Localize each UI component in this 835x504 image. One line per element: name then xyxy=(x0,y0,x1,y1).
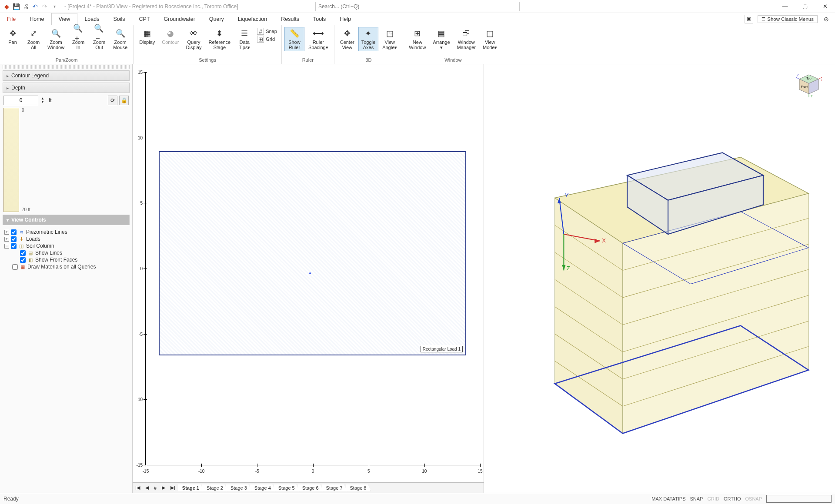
tree-soil[interactable]: Soil Column xyxy=(26,243,54,249)
status-max-datatips[interactable]: MAX DATATIPS xyxy=(651,496,685,501)
panel-depth[interactable]: ▸Depth xyxy=(3,83,130,93)
menu-file[interactable]: File xyxy=(0,13,23,25)
menu-soils[interactable]: Soils xyxy=(106,13,132,25)
checkbox-piezo[interactable] xyxy=(11,229,17,235)
ribbon-arrange[interactable]: ▤Arrange▾ xyxy=(430,27,453,51)
stage-tab-6[interactable]: Stage 6 xyxy=(298,484,324,491)
menu-cpt[interactable]: CPT xyxy=(132,13,157,25)
checkbox-show-front[interactable] xyxy=(20,257,26,263)
help-icon[interactable]: ⊘ xyxy=(822,15,831,23)
ribbon-datatips[interactable]: ☰DataTips▾ xyxy=(234,27,254,51)
redo-icon[interactable]: ↷ xyxy=(41,3,49,10)
ribbon-showruler[interactable]: 📏ShowRuler xyxy=(284,27,304,51)
tab-first-icon[interactable]: |◀ xyxy=(133,485,143,491)
load-rectangle[interactable] xyxy=(159,151,466,355)
ribbon-zoomout[interactable]: 🔍－ZoomOut xyxy=(89,27,109,51)
ribbon-centerview[interactable]: ✥CenterView xyxy=(337,27,357,51)
ribbon-referencestage[interactable]: ⬍ReferenceStage xyxy=(205,27,234,51)
status-ortho[interactable]: ORTHO xyxy=(724,496,741,501)
depth-strip[interactable] xyxy=(3,108,19,212)
menu-loads[interactable]: Loads xyxy=(77,13,106,25)
tab-last-icon[interactable]: ▶| xyxy=(168,485,178,491)
tab-next-icon[interactable]: ▶ xyxy=(159,485,168,491)
toggle-icon: ✦ xyxy=(363,28,374,39)
depth-lock-icon[interactable]: 🔒 xyxy=(119,96,129,105)
stage-tab-7[interactable]: Stage 7 xyxy=(322,484,347,491)
collapse-ribbon-icon[interactable]: ▣ xyxy=(745,15,753,23)
maximize-button[interactable]: ▢ xyxy=(795,0,815,13)
print-icon[interactable]: 🖨 xyxy=(22,3,30,10)
origin-marker xyxy=(309,272,311,274)
view-gizmo[interactable]: Top Front X Z Y xyxy=(796,72,822,98)
sidebar-grip[interactable] xyxy=(3,65,130,69)
ribbon-group-3d: ✥CenterView✦ToggleAxes◳ViewAngle▾ 3D xyxy=(334,25,404,64)
ribbon-viewangle[interactable]: ◳ViewAngle▾ xyxy=(379,27,400,51)
ribbon-zoomall[interactable]: ⤢ZoomAll xyxy=(23,27,43,51)
ribbon-zoomin[interactable]: 🔍＋ZoomIn xyxy=(68,27,88,51)
status-snap[interactable]: SNAP xyxy=(690,496,703,501)
undo-icon[interactable]: ↶ xyxy=(31,3,39,10)
ribbon-zoomwindow[interactable]: 🔍ZoomWindow xyxy=(44,27,67,51)
status-osnap[interactable]: OSNAP xyxy=(745,496,762,501)
panel-contour-legend[interactable]: ▸Contour Legend xyxy=(3,70,130,81)
depth-input[interactable] xyxy=(3,96,38,105)
ribbon-viewmode[interactable]: ◫ViewMode▾ xyxy=(480,27,501,51)
tree-show-front[interactable]: Show Front Faces xyxy=(35,257,77,263)
save-icon[interactable]: 💾 xyxy=(12,3,20,10)
checkbox-loads[interactable] xyxy=(11,236,17,242)
checkbox-show-lines[interactable] xyxy=(20,250,26,256)
center-icon: ✥ xyxy=(342,28,352,39)
menu-help[interactable]: Help xyxy=(333,13,358,25)
plan-view[interactable]: 151050-5-10-15 -15-10-5051015 Rectangula… xyxy=(133,64,484,493)
depth-down-icon[interactable]: ▼ xyxy=(41,100,46,104)
menu-home[interactable]: Home xyxy=(23,13,51,25)
tree-draw-materials[interactable]: Draw Materials on all Queries xyxy=(27,264,96,270)
menu-bar: FileHomeViewLoadsSoilsCPTGroundwaterQuer… xyxy=(0,13,835,25)
minimize-button[interactable]: — xyxy=(775,0,795,13)
stage-tab-3[interactable]: Stage 3 xyxy=(226,484,252,491)
lines-icon: ▤ xyxy=(27,250,33,256)
stage-tab-5[interactable]: Stage 5 xyxy=(274,484,300,491)
ribbon-querydisplay[interactable]: 👁QueryDisplay xyxy=(183,27,204,51)
ribbon-toggleaxes[interactable]: ✦ToggleAxes xyxy=(358,27,378,51)
menu-query[interactable]: Query xyxy=(202,13,231,25)
svg-text:Z: Z xyxy=(811,95,813,98)
ribbon-windowmanager[interactable]: 🗗WindowManager xyxy=(454,27,479,51)
tree-loads[interactable]: Loads xyxy=(26,236,40,242)
ribbon-newwindow[interactable]: ⊞NewWindow xyxy=(406,27,429,51)
expand-icon[interactable]: + xyxy=(4,230,9,235)
stage-tab-1[interactable]: Stage 1 xyxy=(178,484,204,491)
menu-liquefaction[interactable]: Liquefaction xyxy=(231,13,274,25)
ribbon-display[interactable]: ▦Display xyxy=(136,27,158,46)
tree-show-lines[interactable]: Show Lines xyxy=(35,250,62,256)
ribbon-mini-snap[interactable]: #Snap xyxy=(257,28,277,35)
expand-icon[interactable]: + xyxy=(4,237,9,242)
panel-view-controls[interactable]: ▾View Controls xyxy=(3,215,130,225)
menu-groundwater[interactable]: Groundwater xyxy=(157,13,202,25)
show-classic-menus-button[interactable]: ☰Show Classic Menus xyxy=(758,15,818,23)
checkbox-draw-materials[interactable] xyxy=(12,264,18,270)
ribbon-group-panzoom: ✥Pan⤢ZoomAll🔍ZoomWindow🔍＋ZoomIn🔍－ZoomOut… xyxy=(0,25,134,64)
status-grid[interactable]: GRID xyxy=(707,496,719,501)
tree-piezo[interactable]: Piezometric Lines xyxy=(26,229,67,235)
close-button[interactable]: ✕ xyxy=(815,0,835,13)
tab-prev-icon[interactable]: ◀ xyxy=(143,485,151,491)
expand-icon[interactable]: − xyxy=(4,244,9,249)
stage-tab-2[interactable]: Stage 2 xyxy=(202,484,228,491)
ribbon-rulerspacing[interactable]: ⟷RulerSpacing▾ xyxy=(305,27,331,51)
ribbon-mini-grid[interactable]: ⊞Grid xyxy=(257,36,277,43)
ribbon-zoommouse[interactable]: 🔍ZoomMouse xyxy=(110,27,130,51)
stage-tab-8[interactable]: Stage 8 xyxy=(346,484,371,491)
3d-view[interactable]: Top Front X Z Y xyxy=(484,64,835,493)
search-input[interactable] xyxy=(315,2,520,11)
menu-results[interactable]: Results xyxy=(274,13,306,25)
checkbox-soil[interactable] xyxy=(11,243,17,249)
ruler-horizontal: -15-10-5051015 xyxy=(146,465,480,468)
load-label[interactable]: Rectangular Load 1 xyxy=(421,346,463,352)
qat-dropdown-icon[interactable]: ▾ xyxy=(50,3,58,10)
tab-list-icon[interactable]: # xyxy=(151,485,159,491)
menu-tools[interactable]: Tools xyxy=(306,13,333,25)
depth-refresh-icon[interactable]: ⟳ xyxy=(108,96,117,105)
stage-tab-4[interactable]: Stage 4 xyxy=(250,484,276,491)
ribbon-pan[interactable]: ✥Pan xyxy=(3,27,23,46)
